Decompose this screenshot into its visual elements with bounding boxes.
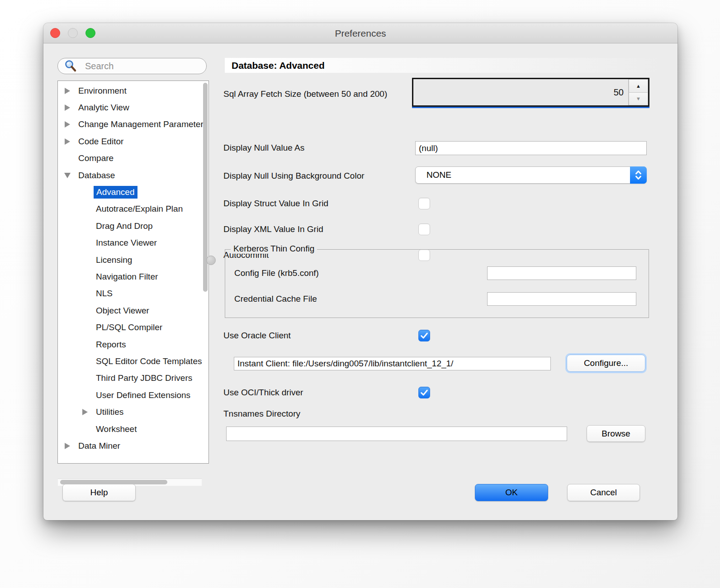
check-icon xyxy=(419,331,429,341)
search-input[interactable]: Search xyxy=(57,58,207,74)
tree-item-navigation-filter[interactable]: Navigation Filter xyxy=(58,268,208,285)
tree-item-label[interactable]: Analytic View xyxy=(78,103,129,113)
tree-item-worksheet[interactable]: Worksheet xyxy=(58,421,208,437)
tree-item-licensing[interactable]: Licensing xyxy=(58,251,208,268)
tree[interactable]: EnvironmentAnalytic ViewChange Managemen… xyxy=(57,81,209,464)
collapse-arrow-icon[interactable] xyxy=(80,409,90,415)
preferences-window: Preferences Search EnvironmentAnalytic V… xyxy=(43,23,677,520)
tree-item-label[interactable]: Code Editor xyxy=(78,137,123,147)
null-value-label: Display Null Value As xyxy=(223,143,304,153)
tree-item-label[interactable]: Navigation Filter xyxy=(96,272,158,282)
collapse-arrow-icon[interactable] xyxy=(62,104,72,111)
credential-cache-input[interactable] xyxy=(487,292,636,306)
check-icon xyxy=(419,388,429,398)
fetch-size-label: Sql Array Fetch Size (between 50 and 200… xyxy=(223,89,387,99)
tree-item-pl-sql-compiler[interactable]: PL/SQL Compiler xyxy=(58,319,208,336)
tree-item-nls[interactable]: NLS xyxy=(58,285,208,302)
display-xml-checkbox[interactable] xyxy=(418,223,430,235)
use-oracle-client-checkbox[interactable] xyxy=(418,330,430,341)
tree-item-reports[interactable]: Reports xyxy=(58,336,208,353)
splitter-handle[interactable] xyxy=(206,256,216,265)
tree-item-label[interactable]: Database xyxy=(78,171,115,180)
ok-button[interactable]: OK xyxy=(475,484,548,501)
tree-item-label[interactable]: SQL Editor Code Templates xyxy=(96,356,202,366)
credential-cache-label: Credential Cache File xyxy=(234,294,317,304)
tree-item-label[interactable]: NLS xyxy=(96,289,113,299)
search-icon xyxy=(64,59,77,73)
tnsnames-label: Tnsnames Directory xyxy=(223,409,300,419)
config-file-input[interactable] xyxy=(487,266,636,280)
tree-item-instance-viewer[interactable]: Instance Viewer xyxy=(58,235,208,251)
tree-item-code-editor[interactable]: Code Editor xyxy=(58,133,208,150)
kerberos-group: Kerberos Thin Config Config File (krb5.c… xyxy=(225,249,649,318)
tree-item-user-defined-extensions[interactable]: User Defined Extensions xyxy=(58,387,208,403)
tree-item-label[interactable]: PL/SQL Compiler xyxy=(96,322,162,332)
tree-item-compare[interactable]: Compare xyxy=(58,150,208,167)
tree-item-autotrace-explain-plan[interactable]: Autotrace/Explain Plan xyxy=(58,201,208,218)
spinner-focus-underline xyxy=(412,107,649,108)
tree-item-label[interactable]: Object Viewer xyxy=(96,306,149,316)
tree-item-label[interactable]: Instance Viewer xyxy=(96,238,157,248)
kerberos-group-title: Kerberos Thin Config xyxy=(231,244,317,254)
tree-item-label[interactable]: Worksheet xyxy=(96,424,137,434)
browse-button[interactable]: Browse xyxy=(587,425,645,442)
panel-title: Database: Advanced xyxy=(232,60,325,71)
tree-item-label[interactable]: Compare xyxy=(78,153,114,163)
null-value-text: (null) xyxy=(419,143,438,153)
collapse-arrow-icon[interactable] xyxy=(62,443,72,449)
fetch-size-spinner[interactable]: 50 ▲ ▼ xyxy=(412,78,649,107)
null-bg-label: Display Null Using Background Color xyxy=(223,171,365,181)
tree-item-label[interactable]: Change Management Parameters xyxy=(78,119,208,129)
spinner-down-icon[interactable]: ▼ xyxy=(629,93,648,106)
tree-item-environment[interactable]: Environment xyxy=(58,82,208,99)
tree-item-label[interactable]: Data Miner xyxy=(78,441,120,451)
instant-client-input[interactable]: Instant Client: file:/Users/ding0057/lib… xyxy=(234,357,551,370)
tree-item-data-miner[interactable]: Data Miner xyxy=(58,437,208,454)
tree-item-change-management-parameters[interactable]: Change Management Parameters xyxy=(58,116,208,133)
collapse-arrow-icon[interactable] xyxy=(62,121,72,128)
tree-item-label[interactable]: Drag And Drop xyxy=(96,221,153,231)
fetch-size-value[interactable]: 50 xyxy=(413,87,628,98)
window-title: Preferences xyxy=(43,23,677,43)
tree-item-analytic-view[interactable]: Analytic View xyxy=(58,99,208,116)
tree-item-sql-editor-code-templates[interactable]: SQL Editor Code Templates xyxy=(58,353,208,370)
tree-item-label[interactable]: Autotrace/Explain Plan xyxy=(96,204,183,214)
display-xml-label: Display XML Value In Grid xyxy=(223,224,323,234)
null-value-input[interactable]: (null) xyxy=(415,141,647,155)
collapse-arrow-icon[interactable] xyxy=(62,88,72,94)
tree-item-third-party-jdbc-drivers[interactable]: Third Party JDBC Drivers xyxy=(58,370,208,387)
spinner-up-icon[interactable]: ▲ xyxy=(629,79,648,93)
tree-item-label[interactable]: Licensing xyxy=(96,255,132,265)
configure-button[interactable]: Configure... xyxy=(567,355,645,372)
use-oci-checkbox[interactable] xyxy=(418,387,430,398)
config-file-label: Config File (krb5.conf) xyxy=(234,268,319,278)
tree-item-label[interactable]: Environment xyxy=(78,86,127,96)
tree-item-database[interactable]: Database xyxy=(58,167,208,184)
tree-item-label[interactable]: Third Party JDBC Drivers xyxy=(96,373,192,383)
tree-item-utilities[interactable]: Utilities xyxy=(58,403,208,420)
panel-header: Database: Advanced xyxy=(225,58,660,73)
tnsnames-input[interactable] xyxy=(226,427,567,441)
instant-client-text: Instant Client: file:/Users/ding0057/lib… xyxy=(237,359,453,369)
tree-item-drag-and-drop[interactable]: Drag And Drop xyxy=(58,218,208,234)
expand-arrow-icon[interactable] xyxy=(62,173,72,178)
tree-item-label[interactable]: Advanced xyxy=(94,186,137,199)
help-button[interactable]: Help xyxy=(62,484,136,501)
use-oracle-client-label: Use Oracle Client xyxy=(223,331,291,341)
search-placeholder: Search xyxy=(85,61,114,71)
null-bg-selected-value: NONE xyxy=(426,170,630,180)
title-bar[interactable]: Preferences xyxy=(43,23,677,43)
display-struct-checkbox[interactable] xyxy=(418,198,430,209)
tree-item-object-viewer[interactable]: Object Viewer xyxy=(58,302,208,319)
collapse-arrow-icon[interactable] xyxy=(62,138,72,145)
tree-item-label[interactable]: User Defined Extensions xyxy=(96,390,190,400)
display-struct-label: Display Struct Value In Grid xyxy=(223,199,328,209)
use-oci-label: Use OCI/Thick driver xyxy=(223,388,303,398)
dropdown-chevrons-icon[interactable] xyxy=(630,166,647,184)
tree-item-label[interactable]: Reports xyxy=(96,340,126,350)
tree-item-advanced[interactable]: Advanced xyxy=(58,184,208,200)
cancel-button[interactable]: Cancel xyxy=(567,484,640,501)
tree-item-label[interactable]: Utilities xyxy=(96,407,123,417)
null-bg-select[interactable]: NONE xyxy=(415,166,647,184)
